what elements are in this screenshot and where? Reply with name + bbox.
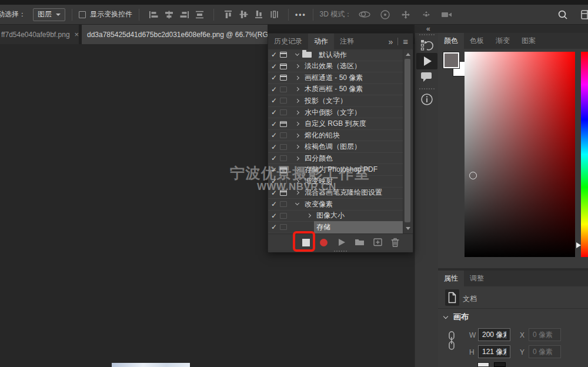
item-enabled-check-icon[interactable]: ✓ (268, 212, 280, 219)
record-button[interactable] (320, 239, 328, 246)
tab-properties[interactable]: 属性 (438, 271, 464, 286)
tab-patterns[interactable]: 图案 (516, 33, 542, 49)
search-icon[interactable] (555, 9, 570, 20)
dock-grip[interactable] (419, 88, 435, 89)
expand-chevron-icon[interactable] (292, 157, 302, 160)
action-row[interactable]: ✓棕褐色调（图层） (268, 141, 403, 153)
actions-scrollbar[interactable] (403, 49, 412, 233)
dialog-toggle-icon[interactable] (280, 86, 287, 92)
tab-actions[interactable]: 动作 (308, 34, 334, 49)
item-enabled-check-icon[interactable]: ✓ (268, 144, 280, 151)
info-panel-icon[interactable] (420, 92, 434, 106)
saturation-brightness-field[interactable] (465, 52, 575, 257)
action-row[interactable]: ✓水中倒影（文字） (268, 107, 403, 119)
action-row[interactable]: ✓熔化的铅块 (268, 130, 403, 142)
3d-roll-icon[interactable] (377, 9, 393, 20)
item-enabled-check-icon[interactable]: ✓ (268, 63, 280, 70)
hue-slider[interactable] (581, 52, 588, 257)
dialog-toggle-icon[interactable] (280, 52, 287, 58)
new-set-folder-button[interactable] (355, 238, 365, 248)
document-type-icon[interactable] (445, 289, 459, 306)
doc-tab-inactive[interactable]: ff7d54e040afe9bf.png × (0, 25, 79, 44)
y-input[interactable] (529, 345, 561, 358)
scroll-down-icon[interactable] (406, 227, 410, 230)
item-enabled-check-icon[interactable]: ✓ (268, 86, 280, 93)
align-horizontal-centers-icon[interactable] (236, 9, 251, 20)
tab-adjustments[interactable]: 调整 (464, 271, 490, 286)
dock-grip[interactable] (419, 34, 435, 35)
dialog-toggle-icon[interactable] (280, 201, 287, 207)
expand-chevron-icon[interactable] (292, 122, 302, 125)
auto-select-target-dropdown[interactable]: 图层 (33, 8, 65, 21)
dialog-toggle-icon[interactable] (280, 64, 287, 69)
expand-chevron-icon[interactable] (292, 111, 302, 114)
collapse-panels-icon[interactable]: « (426, 25, 430, 33)
item-enabled-check-icon[interactable]: ✓ (268, 51, 280, 58)
action-row[interactable]: ✓存储 (268, 222, 403, 233)
distribute-vertical-centers-icon[interactable] (192, 9, 207, 20)
link-dimensions-icon[interactable] (447, 331, 456, 355)
expand-chevron-icon[interactable] (292, 88, 302, 91)
delete-action-button[interactable] (390, 238, 400, 249)
tab-notes[interactable]: 注释 (334, 34, 360, 49)
dialog-toggle-icon[interactable] (280, 109, 287, 115)
height-input[interactable] (478, 345, 510, 358)
action-row[interactable]: ✓改变像素 (268, 199, 403, 211)
align-bottom-edges-icon[interactable] (251, 9, 266, 20)
item-enabled-check-icon[interactable]: ✓ (268, 155, 280, 162)
distribute-horizontal-centers-icon[interactable] (266, 9, 282, 20)
expand-chevron-icon[interactable] (292, 99, 302, 102)
action-row[interactable]: ✓图像大小 (268, 211, 403, 222)
align-left-edges-icon[interactable] (146, 9, 161, 20)
tab-gradients[interactable]: 渐变 (490, 33, 516, 49)
action-row[interactable]: ✓画框通道 - 50 像素 (268, 72, 403, 84)
dialog-toggle-icon[interactable] (280, 213, 287, 219)
item-enabled-check-icon[interactable]: ✓ (268, 132, 280, 139)
action-row[interactable]: ✓默认动作 (268, 49, 403, 61)
panel-menu-icon[interactable]: ≡ (403, 36, 408, 46)
close-tab-icon[interactable]: × (75, 30, 79, 39)
tab-history[interactable]: 历史记录 (268, 34, 308, 49)
panel-resize-grip[interactable] (268, 250, 413, 252)
foreground-swatch[interactable] (443, 52, 459, 68)
item-enabled-check-icon[interactable]: ✓ (268, 201, 280, 208)
align-top-edges-icon[interactable] (220, 9, 236, 20)
workspace-switcher-icon[interactable] (579, 9, 588, 20)
expand-chevron-icon[interactable] (292, 203, 302, 205)
show-transform-checkbox[interactable] (79, 11, 86, 18)
action-row[interactable]: ✓投影（文字） (268, 95, 403, 107)
history-panel-icon[interactable] (419, 38, 435, 52)
hue-slider-arrow-icon[interactable] (576, 242, 581, 248)
dialog-toggle-icon[interactable] (280, 224, 287, 230)
expand-panel-icon[interactable]: » (388, 37, 393, 46)
expand-chevron-icon[interactable] (292, 134, 302, 137)
dialog-toggle-icon[interactable] (280, 155, 287, 161)
notes-panel-icon[interactable] (420, 71, 434, 83)
scroll-up-icon[interactable] (406, 53, 410, 56)
tab-swatches[interactable]: 色板 (464, 33, 490, 49)
action-row[interactable]: ✓四分颜色 (268, 153, 403, 165)
play-button[interactable] (339, 239, 345, 246)
action-row[interactable]: ✓淡出效果（选区） (268, 61, 403, 73)
item-enabled-check-icon[interactable]: ✓ (268, 109, 280, 116)
section-collapse-chevron-icon[interactable] (443, 314, 448, 319)
align-vertical-centers-icon[interactable] (161, 9, 176, 20)
expand-chevron-icon[interactable] (303, 214, 314, 217)
more-options-icon[interactable]: ••• (295, 11, 306, 19)
item-enabled-check-icon[interactable]: ✓ (268, 97, 280, 104)
expand-chevron-icon[interactable] (292, 54, 302, 55)
dialog-toggle-icon[interactable] (280, 75, 287, 81)
new-action-button[interactable] (373, 238, 383, 248)
scrollbar-thumb[interactable] (405, 59, 410, 222)
expand-chevron-icon[interactable] (292, 76, 302, 79)
3d-orbit-icon[interactable] (357, 9, 372, 20)
item-enabled-check-icon[interactable]: ✓ (268, 74, 280, 81)
tab-color[interactable]: 颜色 (438, 33, 464, 49)
actions-panel-icon[interactable] (416, 53, 437, 69)
dialog-toggle-icon[interactable] (280, 132, 287, 138)
expand-chevron-icon[interactable] (292, 145, 302, 148)
expand-chevron-icon[interactable] (292, 65, 302, 68)
item-enabled-check-icon[interactable]: ✓ (268, 121, 280, 128)
dialog-toggle-icon[interactable] (280, 121, 287, 127)
dialog-toggle-icon[interactable] (280, 98, 287, 104)
